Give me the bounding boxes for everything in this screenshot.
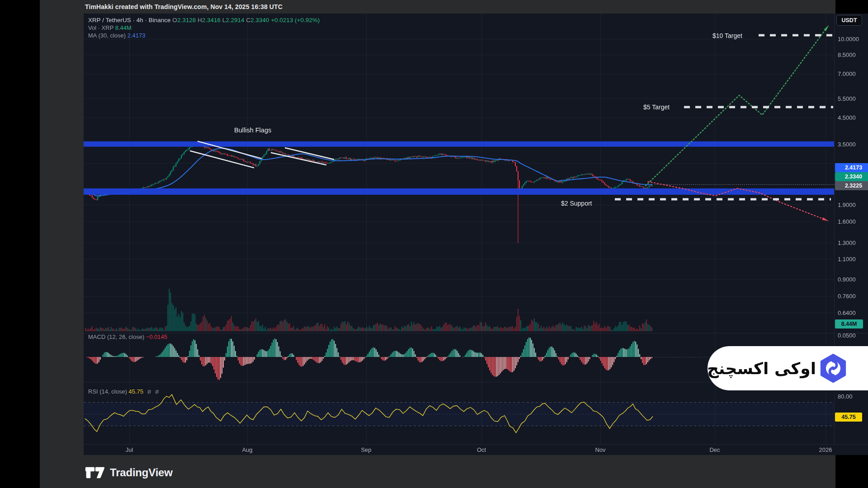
exchange-watermark: اوکی اکسچنج xyxy=(708,346,868,390)
time-axis-label: Nov xyxy=(595,446,605,453)
rsi-value: 45.75 xyxy=(129,388,144,395)
volume-legend[interactable]: Vol · XRP 8.44M xyxy=(88,24,132,31)
price-axis-label: 0.7600 xyxy=(838,293,856,300)
bullish-flags-label[interactable]: Bullish Flags xyxy=(234,127,271,134)
time-axis-label: 2026 xyxy=(819,446,832,453)
symbol-legend[interactable]: XRP / TetherUS · 4h · Binance O2.3128 H2… xyxy=(88,17,320,23)
price-axis-label: 1.3000 xyxy=(838,239,856,246)
price-axis-label: 0.0500 xyxy=(838,332,856,339)
currency-toggle-button[interactable]: USDT xyxy=(836,15,862,26)
tradingview-icon xyxy=(85,466,105,479)
exchange-hexagon-icon xyxy=(819,351,848,386)
close-label: C xyxy=(246,17,250,23)
time-axis-label: Dec xyxy=(709,446,720,453)
low-value: 2.2914 xyxy=(226,17,244,23)
target-10-label[interactable]: $10 Target xyxy=(712,32,742,39)
ma-legend[interactable]: MA (30, close) 2.4173 xyxy=(88,32,145,39)
close-value: 2.3340 xyxy=(250,17,269,23)
support-2-label[interactable]: $2 Support xyxy=(561,200,592,207)
time-axis-label: Sep xyxy=(361,446,371,453)
target-5-label[interactable]: $5 Target xyxy=(643,103,670,111)
time-axis-label: Oct xyxy=(477,446,486,453)
change-value: +0.0213 (+0.92%) xyxy=(271,17,320,23)
time-axis-label: Aug xyxy=(242,446,252,453)
visibility-icon[interactable]: ø xyxy=(147,388,151,395)
ma-value: 2.4173 xyxy=(127,32,146,39)
exchange-name-text: اوکی اکسچنج xyxy=(720,359,816,378)
open-label: O xyxy=(172,17,177,23)
volume-label: Vol · XRP xyxy=(88,24,113,31)
open-value: 2.3128 xyxy=(177,17,196,23)
price-axis-label: 5.5000 xyxy=(838,95,856,102)
price-axis-label: 7.0000 xyxy=(838,70,856,77)
macd-value: −0.0145 xyxy=(146,333,167,340)
high-label: H xyxy=(198,17,202,23)
rsi-legend[interactable]: RSI (14, close) 45.75 ø ø xyxy=(88,388,159,395)
price-axis-label: 1.1000 xyxy=(838,256,856,263)
credit-line: TimHakki created with TradingView.com, N… xyxy=(85,3,283,10)
time-axis-label: Jul xyxy=(126,446,133,453)
price-axis-label: 4.5000 xyxy=(838,114,856,121)
rsi-badge: 45.75 xyxy=(835,413,862,422)
volume-badge: 8.44M xyxy=(835,319,863,328)
price-axis-label: 0.6400 xyxy=(838,310,856,316)
widget-frame: TimHakki created with TradingView.com, N… xyxy=(40,0,835,488)
time-axis[interactable]: JulAugSepOctNovDec2026 xyxy=(84,444,834,455)
high-value: 2.3416 xyxy=(202,17,221,23)
price-axis-label: 8.5000 xyxy=(838,52,856,58)
tradingview-brand-text: TradingView xyxy=(110,466,173,479)
macd-label: MACD (12, 26, close) xyxy=(88,333,144,340)
symbol-title: XRP / TetherUS · 4h · Binance xyxy=(88,17,171,23)
tradingview-logo[interactable]: TradingView xyxy=(85,466,173,479)
price-axis-label: 3.5000 xyxy=(838,141,856,148)
rsi-axis-label: 80.00 xyxy=(838,393,853,400)
volume-value: 8.44M xyxy=(115,24,132,31)
price-axis-label: 1.6000 xyxy=(838,218,856,225)
ma-label: MA (30, close) xyxy=(88,32,126,39)
price-axis-label: 0.9000 xyxy=(838,276,856,283)
price-axis-label: 1.9000 xyxy=(838,202,856,208)
settings-icon[interactable]: ø xyxy=(155,388,159,395)
last-price-badge: 2.3340 xyxy=(835,172,868,181)
macd-legend[interactable]: MACD (12, 26, close) −0.0145 xyxy=(88,333,167,340)
rsi-label: RSI (14, close) xyxy=(88,388,127,395)
price-axis-label: 10.0000 xyxy=(838,36,859,42)
ma-price-badge: 2.4173 xyxy=(835,163,868,172)
countdown-price-badge: 2.3225 xyxy=(835,181,868,190)
